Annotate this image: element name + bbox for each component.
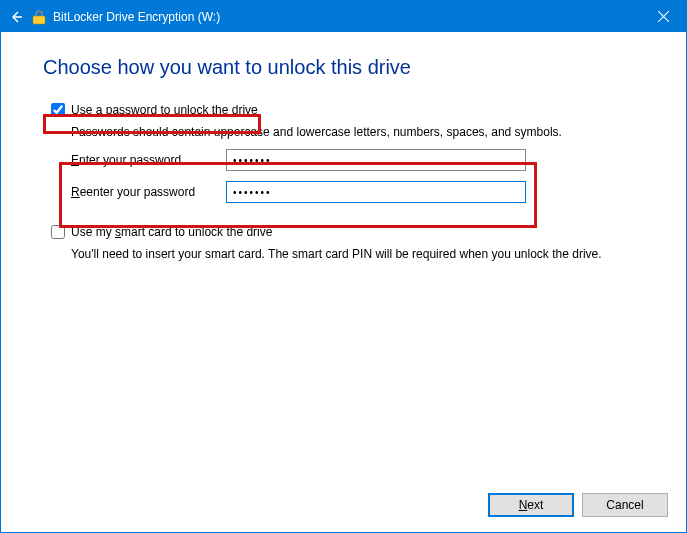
smartcard-helper-text: You'll need to insert your smart card. T… xyxy=(71,247,644,261)
password-checkbox[interactable] xyxy=(51,103,65,117)
password-helper-text: Passwords should contain uppercase and l… xyxy=(71,125,644,139)
smartcard-checkbox-row[interactable]: Use my smart card to unlock the drive xyxy=(51,225,644,239)
cancel-button[interactable]: Cancel xyxy=(582,493,668,517)
label-part: nter your password xyxy=(79,153,181,167)
password-checkbox-row[interactable]: Use a password to unlock the drive xyxy=(51,103,644,117)
page-heading: Choose how you want to unlock this drive xyxy=(43,56,644,79)
smartcard-option-block: Use my smart card to unlock the drive Yo… xyxy=(43,225,644,261)
label-part: ext xyxy=(527,498,543,512)
window-title: BitLocker Drive Encryption (W:) xyxy=(53,10,220,24)
password-checkbox-label: Use a password to unlock the drive xyxy=(71,103,258,117)
svg-rect-1 xyxy=(33,16,45,24)
label-accel: R xyxy=(71,185,80,199)
back-arrow-icon xyxy=(8,9,24,25)
titlebar: BitLocker Drive Encryption (W:) xyxy=(1,1,686,32)
reenter-password-row: Reenter your password xyxy=(71,181,644,203)
label-part: Use a xyxy=(71,103,106,117)
label-part: Use my xyxy=(71,225,115,239)
enter-password-row: Enter your password xyxy=(71,149,644,171)
enter-password-label: Enter your password xyxy=(71,153,226,167)
smartcard-checkbox-label: Use my smart card to unlock the drive xyxy=(71,225,272,239)
close-button[interactable] xyxy=(640,1,686,32)
back-button[interactable] xyxy=(1,2,31,32)
smartcard-checkbox[interactable] xyxy=(51,225,65,239)
enter-password-input[interactable] xyxy=(226,149,526,171)
password-option-block: Use a password to unlock the drive Passw… xyxy=(43,103,644,203)
label-accel: E xyxy=(71,153,79,167)
wizard-content: Choose how you want to unlock this drive… xyxy=(1,32,686,478)
wizard-footer: Next Cancel xyxy=(1,478,686,532)
label-part: assword to unlock the drive xyxy=(112,103,257,117)
bitlocker-icon xyxy=(31,9,47,25)
close-icon xyxy=(658,11,669,22)
label-part: eenter your password xyxy=(80,185,195,199)
reenter-password-label: Reenter your password xyxy=(71,185,226,199)
reenter-password-input[interactable] xyxy=(226,181,526,203)
label-part: mart card to unlock the drive xyxy=(121,225,272,239)
next-button[interactable]: Next xyxy=(488,493,574,517)
